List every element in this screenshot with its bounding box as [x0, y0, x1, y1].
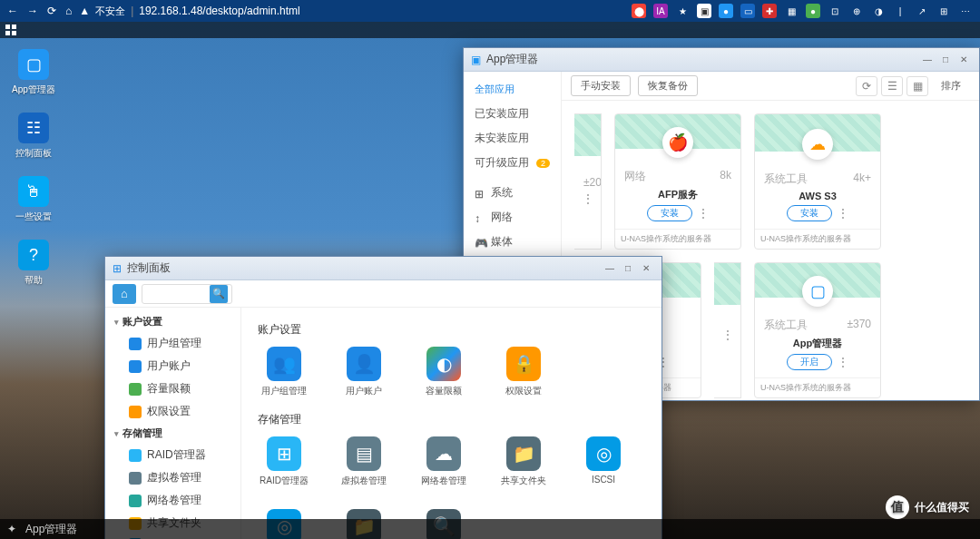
desktop-icon[interactable]: ? 帮助 — [11, 240, 56, 287]
icon-label: 一些设置 — [15, 211, 52, 223]
item-icon: ⊞ — [267, 436, 301, 471]
close-icon[interactable]: ✕ — [956, 54, 972, 66]
grid-view-icon[interactable]: ▦ — [906, 76, 928, 96]
ext-icon[interactable]: ⋯ — [958, 4, 973, 18]
more-icon[interactable]: ⋮ — [698, 207, 709, 220]
more-icon[interactable]: ⋮ — [838, 356, 848, 368]
ext-icon[interactable]: ▦ — [784, 4, 799, 18]
install-button[interactable]: 开启 — [787, 354, 832, 370]
ext-icon[interactable]: ⬤ — [632, 4, 646, 18]
item-label: 系统 — [491, 185, 513, 201]
minimize-icon[interactable]: — — [919, 54, 936, 66]
desktop-icon[interactable]: ☷ 控制面板 — [11, 113, 56, 160]
refresh-icon[interactable]: ⟳ — [856, 76, 877, 96]
home-icon[interactable]: ⌂ — [65, 5, 72, 17]
section-title: 账户设置 — [258, 322, 645, 338]
window-title: App管理器 — [486, 52, 538, 67]
sidebar-category[interactable]: 存储管理 — [105, 423, 240, 444]
minimize-icon[interactable]: — — [602, 262, 618, 275]
sidebar-item[interactable]: 已安装应用 — [464, 102, 561, 126]
item-label: 网络卷管理 — [147, 493, 201, 508]
app-card[interactable]: ☁ 系统工具4k+ AWS S3 安装 ⋮ U-NAS操作系统的服务器 — [754, 113, 881, 250]
app-name: AFP服务 — [622, 188, 733, 201]
more-icon[interactable]: ⋮ — [583, 192, 593, 205]
control-panel-item[interactable]: 👤 用户账户 — [338, 347, 390, 397]
sidebar-item[interactable]: 用户组管理 — [105, 332, 240, 355]
item-label: 网络 — [491, 210, 513, 225]
badge: 2 — [536, 159, 550, 168]
sidebar-item[interactable]: 可升级应用 2 — [464, 151, 561, 175]
list-view-icon[interactable]: ☰ — [881, 76, 903, 96]
window-titlebar[interactable]: ▣ App管理器 — □ ✕ — [464, 48, 979, 72]
watermark-icon: 值 — [886, 495, 909, 519]
control-panel-item[interactable]: ⊞ RAID管理器 — [258, 436, 310, 487]
maximize-icon[interactable]: □ — [937, 54, 954, 66]
home-button[interactable]: ⌂ — [113, 284, 136, 304]
control-panel-item[interactable]: ◎ ISCSI — [577, 436, 630, 487]
manual-install-button[interactable]: 手动安装 — [571, 75, 631, 96]
desktop-icon[interactable]: ▢ App管理器 — [11, 49, 56, 96]
install-button[interactable]: 安装 — [787, 205, 832, 221]
sidebar-item[interactable]: 权限设置 — [105, 400, 240, 423]
sidebar-item[interactable]: 虚拟卷管理 — [105, 466, 240, 489]
search-icon[interactable]: 🔍 — [210, 285, 228, 303]
control-panel-item[interactable]: 📁 共享文件夹 — [497, 436, 550, 487]
sidebar-category[interactable]: 账户设置 — [105, 311, 240, 332]
apps-grid-icon[interactable] — [5, 24, 16, 35]
sidebar-item[interactable]: RAID管理器 — [105, 444, 240, 466]
desktop-icon[interactable]: 🖱 一些设置 — [11, 176, 56, 223]
ext-icon[interactable]: | — [893, 4, 907, 18]
ext-icon[interactable]: ● — [719, 4, 733, 18]
sidebar-category-item[interactable]: ⊞ 系统 — [464, 181, 561, 205]
desktop: ▢ App管理器 ☷ 控制面板 🖱 一些设置 ? 帮助 ▣ App管理器 — □… — [0, 22, 980, 539]
more-icon[interactable]: ⋮ — [722, 328, 733, 341]
window-titlebar[interactable]: ⊞ 控制面板 — □ ✕ — [105, 257, 662, 280]
taskbar-item[interactable]: App管理器 — [25, 522, 77, 537]
sidebar-item[interactable]: 容量限额 — [105, 377, 240, 400]
ext-icon[interactable]: ↗ — [915, 4, 929, 18]
sidebar-item[interactable]: 网络卷管理 — [105, 489, 240, 512]
watermark-text: 什么值得买 — [915, 500, 969, 515]
sidebar-category-item[interactable]: 🎮 媒体 — [464, 230, 561, 254]
ext-icon[interactable]: ⊡ — [828, 4, 842, 18]
item-label: RAID管理器 — [260, 475, 309, 487]
control-panel-item[interactable]: 👥 用户组管理 — [258, 347, 310, 397]
back-icon[interactable]: ← — [7, 5, 18, 17]
ext-icon[interactable]: IA — [653, 4, 668, 18]
item-icon: 👥 — [267, 347, 301, 381]
search-input[interactable]: 🔍 — [142, 284, 232, 304]
item-icon: 📁 — [506, 436, 541, 471]
sort-button[interactable]: 排序 — [932, 76, 970, 96]
control-panel-item[interactable]: ☁ 网络卷管理 — [417, 436, 470, 487]
ext-icon[interactable]: ● — [806, 4, 820, 18]
more-icon[interactable]: ⋮ — [838, 207, 848, 220]
ext-icon[interactable]: ⊞ — [936, 4, 951, 18]
item-label: 权限设置 — [505, 385, 542, 397]
start-icon[interactable]: ✦ — [7, 523, 16, 535]
control-panel-item[interactable]: ◐ 容量限额 — [417, 347, 470, 397]
app-icon: ? — [18, 240, 49, 270]
ext-icon[interactable]: ◑ — [871, 4, 886, 18]
close-icon[interactable]: ✕ — [638, 262, 654, 275]
maximize-icon[interactable]: □ — [620, 262, 636, 275]
sidebar-category-item[interactable]: ↕ 网络 — [464, 205, 561, 230]
ext-icon[interactable]: ★ — [675, 4, 690, 18]
forward-icon[interactable]: → — [27, 5, 38, 17]
app-manager-toolbar: 手动安装 恢复备份 ⟳ ☰ ▦ 排序 — [562, 72, 979, 101]
app-card[interactable]: ▢ 系统工具±370 App管理器 开启 ⋮ U-NAS操作系统的服务器 — [754, 262, 881, 398]
item-label: 虚拟卷管理 — [341, 475, 387, 487]
control-panel-item[interactable]: 🔒 权限设置 — [497, 347, 550, 397]
url-text[interactable]: 192.168.1.48/desktop/admin.html — [139, 5, 299, 17]
reload-icon[interactable]: ⟳ — [47, 5, 56, 17]
app-card[interactable]: 🍎 网络8k AFP服务 安装 ⋮ U-NAS操作系统的服务器 — [614, 113, 741, 250]
ext-icon[interactable]: ▣ — [697, 4, 711, 18]
sidebar-item[interactable]: 用户账户 — [105, 355, 240, 377]
ext-icon[interactable]: ▭ — [740, 4, 755, 18]
sidebar-all-apps[interactable]: 全部应用 — [464, 77, 561, 102]
control-panel-item[interactable]: ▤ 虚拟卷管理 — [338, 436, 390, 487]
ext-icon[interactable]: ✚ — [762, 4, 777, 18]
install-button[interactable]: 安装 — [647, 205, 692, 221]
ext-icon[interactable]: ⊕ — [849, 4, 864, 18]
sidebar-item[interactable]: 未安装应用 — [464, 126, 561, 151]
restore-backup-button[interactable]: 恢复备份 — [638, 75, 698, 96]
